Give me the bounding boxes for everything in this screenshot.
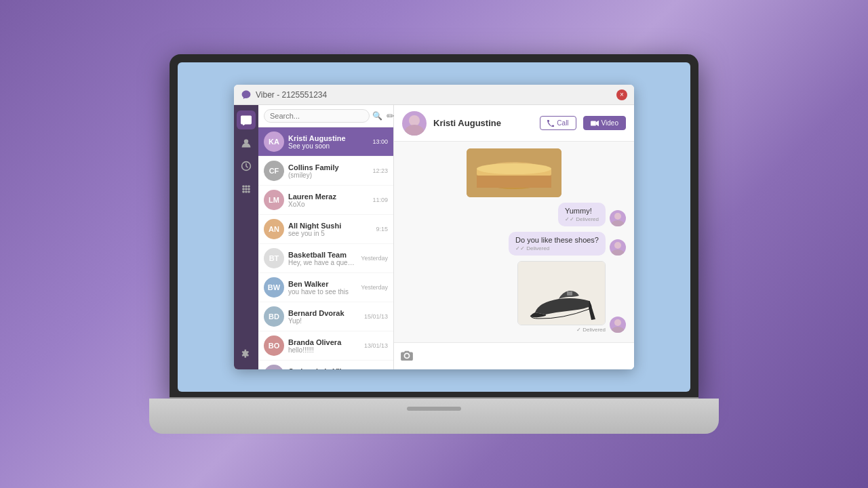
yummy-status: ✓✓ Delivered (565, 216, 599, 222)
chat-info-ben: Ben Walker you have to see this (288, 280, 357, 296)
chat-name-sushi: All Night Sushi (288, 222, 372, 230)
chat-info-carlos: Carlos de la Viber have a good night hon (288, 367, 360, 370)
svg-point-20 (614, 213, 621, 220)
chat-time-lauren: 11:09 (372, 197, 388, 203)
chat-time-basketball: Yesterday (361, 255, 388, 262)
message-input[interactable] (418, 352, 627, 361)
window-title: Viber - 2125551234 (256, 90, 616, 100)
title-bar: Viber - 2125551234 × (234, 85, 634, 105)
chat-item-kristi[interactable]: KA Kristi Augustine See you soon 13:00 (258, 127, 393, 157)
sidebar-item-recents[interactable] (237, 157, 256, 176)
call-label: Call (557, 119, 568, 127)
chat-time-kristi: 13:00 (372, 138, 388, 145)
chat-avatar-basketball: BT (264, 248, 284, 268)
chat-item-sushi[interactable]: AN All Night Sushi see you in 5 9:15 (258, 215, 393, 244)
chat-time-bernard: 15/01/13 (364, 313, 388, 320)
close-button[interactable]: × (616, 89, 627, 100)
header-avatar (402, 111, 427, 136)
yummy-message: Yummy! ✓✓ Delivered (558, 203, 626, 226)
chat-avatar-kristi: KA (264, 131, 284, 152)
sender-avatar-yummy (610, 210, 626, 226)
chat-info-sushi: All Night Sushi see you in 5 (288, 222, 372, 237)
sidebar-item-settings[interactable] (237, 345, 256, 364)
call-button[interactable]: Call (540, 116, 576, 130)
video-button[interactable]: Video (583, 116, 626, 130)
chat-item-bernard[interactable]: BD Bernard Dvorak Yup! 15/01/13 (258, 302, 393, 331)
laptop-base (149, 399, 719, 434)
chat-avatar-ben: BW (264, 277, 284, 298)
svg-rect-13 (591, 121, 596, 125)
svg-rect-4 (248, 185, 250, 187)
shoes-image-status: ✓ Delivered (576, 327, 606, 333)
yummy-text: Yummy! (565, 207, 592, 215)
svg-point-23 (611, 249, 625, 256)
food-image-message (467, 148, 561, 197)
yummy-bubble: Yummy! ✓✓ Delivered (558, 203, 606, 226)
chat-preview-branda: hello!!!!!! (288, 346, 360, 354)
input-area (394, 342, 634, 369)
chat-info-basketball: Basketball Team Hey, we have a question … (288, 251, 357, 266)
chat-time-collins: 12:23 (372, 167, 388, 174)
chat-list: KA Kristi Augustine See you soon 13:00 C… (258, 127, 393, 369)
chat-window: Kristi Augustine Call (394, 105, 634, 369)
chat-item-carlos[interactable]: CV Carlos de la Viber have a good night … (258, 361, 393, 369)
search-bar: 🔍 ✏ (258, 105, 393, 127)
svg-rect-2 (242, 185, 244, 187)
shoes-status: ✓✓ Delivered (515, 245, 599, 251)
chat-name-kristi: Kristi Augustine (288, 134, 368, 142)
chat-preview-ben: you have to see this (288, 288, 357, 296)
svg-rect-10 (248, 190, 250, 192)
svg-rect-7 (248, 188, 250, 190)
laptop-screen-frame: Viber - 2125551234 × (170, 54, 698, 400)
chat-item-ben[interactable]: BW Ben Walker you have to see this Yeste… (258, 273, 393, 302)
chat-name-carlos: Carlos de la Viber (288, 367, 360, 370)
chat-preview-basketball: Hey, we have a question about (288, 259, 357, 266)
chat-preview-sushi: see you in 5 (288, 230, 372, 237)
chat-time-sushi: 9:15 (376, 226, 388, 232)
chat-avatar-branda: BO (264, 336, 284, 356)
search-icon[interactable]: 🔍 (372, 111, 382, 121)
chat-name-branda: Branda Olivera (288, 338, 360, 346)
chat-item-lauren[interactable]: LM Lauren Meraz XoXo 11:09 (258, 186, 393, 215)
chat-time-ben: Yesterday (361, 284, 388, 291)
svg-rect-8 (242, 190, 244, 192)
sender-avatar-shoes (610, 239, 626, 256)
messages-area: Yummy! ✓✓ Delivered (394, 142, 634, 342)
chat-preview-lauren: XoXo (288, 201, 368, 208)
chat-item-collins[interactable]: CF Collins Family (smiley) 12:23 (258, 157, 393, 186)
chat-item-branda[interactable]: BO Branda Olivera hello!!!!!! 13/01/13 (258, 331, 393, 361)
chat-info-kristi: Kristi Augustine See you soon (288, 134, 368, 150)
shoes-question-message: Do you like these shoes? ✓✓ Delivered (509, 232, 626, 256)
svg-point-11 (409, 115, 420, 126)
chat-avatar-carlos: CV (264, 365, 284, 369)
sender-avatar-shoes-img (610, 317, 626, 333)
chat-avatar-sushi: AN (264, 219, 284, 239)
svg-rect-9 (245, 190, 247, 192)
laptop-screen: Viber - 2125551234 × (178, 62, 690, 392)
sidebar-item-chats[interactable] (237, 110, 256, 129)
viber-window: Viber - 2125551234 × (234, 85, 634, 369)
camera-icon[interactable] (401, 350, 413, 363)
svg-rect-6 (245, 188, 247, 190)
svg-point-19 (477, 163, 551, 174)
chat-list-panel: 🔍 ✏ KA Kristi Augustine See you soon 13:… (258, 105, 394, 369)
sidebar-item-contacts[interactable] (237, 134, 256, 152)
chat-info-bernard: Bernard Dvorak Yup! (288, 309, 360, 325)
shoes-text: Do you like these shoes? (515, 236, 599, 244)
svg-point-12 (405, 125, 424, 136)
chat-name-basketball: Basketball Team (288, 251, 357, 259)
svg-point-22 (614, 242, 621, 249)
svg-rect-17 (477, 174, 551, 188)
chat-header-name: Kristi Augustine (433, 118, 533, 128)
search-input[interactable] (264, 109, 370, 123)
chat-name-lauren: Lauren Meraz (288, 192, 368, 201)
svg-rect-25 (567, 291, 572, 296)
shoes-image-message: ✓ Delivered (517, 261, 626, 333)
svg-point-0 (244, 139, 248, 143)
chat-item-basketball[interactable]: BT Basketball Team Hey, we have a questi… (258, 244, 393, 273)
sidebar-item-keypad[interactable] (237, 180, 256, 199)
viber-logo-icon (241, 89, 252, 100)
chat-info-collins: Collins Family (smiley) (288, 163, 368, 179)
svg-point-21 (611, 220, 625, 226)
chat-avatar-bernard: BD (264, 306, 284, 327)
